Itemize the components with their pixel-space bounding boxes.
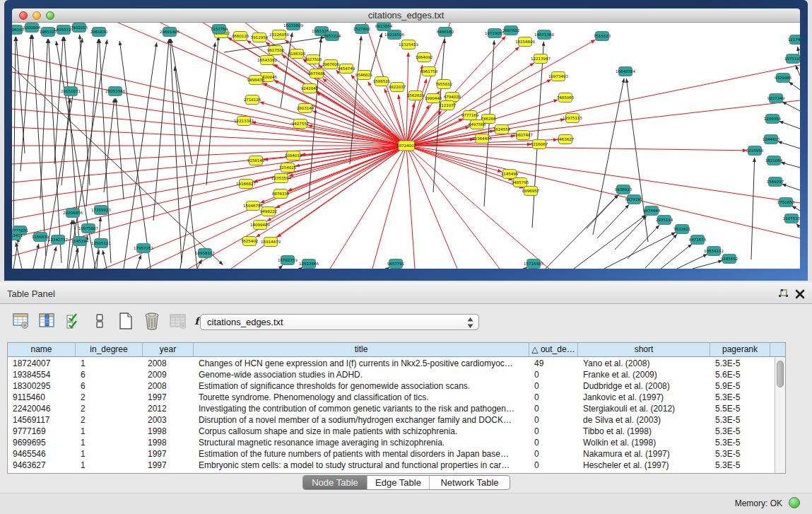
- graph-node[interactable]: 1575107: [784, 54, 800, 64]
- graph-node[interactable]: 1624554: [493, 125, 511, 134]
- graph-node[interactable]: 16914479: [261, 238, 281, 247]
- graph-node[interactable]: 16782759: [278, 256, 298, 265]
- table-row[interactable]: 911546021997Tourette syndrome. Phenomeno…: [8, 392, 775, 403]
- graph-node[interactable]: 7254025: [279, 163, 297, 173]
- table-row[interactable]: 946362711997Embryonic stem cells: a mode…: [8, 460, 775, 471]
- graph-node[interactable]: 12923466: [299, 259, 319, 269]
- graph-node[interactable]: 7632621: [673, 225, 691, 234]
- graph-node[interactable]: 9474444: [643, 206, 661, 216]
- table-vertical-scrollbar[interactable]: [775, 358, 785, 473]
- modify-table-icon[interactable]: [11, 310, 31, 332]
- graph-node[interactable]: 9546821: [355, 71, 373, 80]
- graph-node[interactable]: 1217462: [788, 35, 800, 45]
- graph-node[interactable]: 9898436: [247, 76, 265, 85]
- graph-node[interactable]: 8878334: [272, 189, 290, 199]
- graph-node[interactable]: 1990448: [425, 94, 442, 103]
- graph-node[interactable]: 1152760: [211, 25, 228, 34]
- graph-node[interactable]: 6794028: [444, 93, 461, 102]
- graph-node[interactable]: 16154808: [515, 37, 535, 47]
- graph-node[interactable]: 9485795: [512, 178, 529, 187]
- table-row[interactable]: 2242004622012Investigating the contribut…: [8, 403, 775, 414]
- graph-node[interactable]: 7955812: [435, 80, 453, 89]
- graph-node[interactable]: 8215958: [746, 146, 764, 156]
- graph-node[interactable]: 8096957: [522, 187, 540, 196]
- column-header-out_de[interactable]: △ out_de…: [529, 343, 578, 356]
- row-height-icon[interactable]: [90, 310, 110, 332]
- graph-node[interactable]: 8186328: [288, 49, 306, 59]
- graph-node[interactable]: 2061830: [90, 28, 108, 37]
- graph-node[interactable]: 10654112: [704, 247, 724, 256]
- graph-node[interactable]: 16648784: [616, 67, 635, 76]
- graph-node[interactable]: 7902015: [71, 23, 88, 33]
- graph-node[interactable]: 1107533: [783, 214, 800, 223]
- column-header-in_degree[interactable]: in_degree: [76, 343, 143, 356]
- graph-node[interactable]: 19218506: [384, 30, 404, 40]
- graph-node[interactable]: 10607487: [513, 131, 533, 140]
- graph-node[interactable]: 20691406: [160, 28, 180, 37]
- graph-node[interactable]: 16958107: [195, 249, 215, 258]
- graph-node[interactable]: 9329966: [775, 74, 792, 83]
- graph-node[interactable]: 8471676: [689, 235, 707, 245]
- column-header-title[interactable]: title: [194, 343, 529, 356]
- graph-node[interactable]: 1145194: [71, 237, 89, 246]
- table-row[interactable]: 1830029562008Estimation of significance …: [8, 380, 775, 392]
- graph-node[interactable]: 2803144: [297, 104, 314, 113]
- graph-node[interactable]: 9498222: [260, 207, 278, 216]
- graph-node[interactable]: 1562629: [407, 91, 425, 100]
- table-row[interactable]: 946554611997Estimation of the future num…: [8, 448, 775, 460]
- graph-node[interactable]: 20206856: [63, 209, 83, 218]
- graph-node[interactable]: 20151871: [61, 87, 81, 96]
- tab-network-table[interactable]: Network Table: [430, 476, 510, 489]
- graph-node[interactable]: 19166827: [236, 180, 256, 189]
- network-graph[interactable]: 7163822866012859129542322605898275061654…: [12, 23, 800, 269]
- graph-node[interactable]: 16543382: [257, 56, 277, 65]
- column-header-year[interactable]: year: [143, 343, 194, 356]
- graph-node[interactable]: 9427552: [292, 119, 310, 129]
- hub-node[interactable]: 18724007: [396, 141, 416, 151]
- graph-node[interactable]: 8813054: [375, 23, 393, 31]
- table-selector-dropdown[interactable]: citations_edges.txt: [200, 314, 479, 330]
- table-row[interactable]: 1872400712008Changes of HCN gene express…: [8, 358, 775, 369]
- tab-edge-table[interactable]: Edge Table: [367, 476, 430, 489]
- table-row[interactable]: 969969511998Structural magnetic resonanc…: [8, 437, 775, 448]
- graph-node[interactable]: 9245652: [721, 255, 739, 264]
- graph-node[interactable]: 9777169: [461, 111, 479, 120]
- graph-node[interactable]: 9242845: [301, 84, 319, 93]
- graph-node[interactable]: 12975115: [563, 114, 582, 123]
- delete-table-icon[interactable]: [142, 310, 162, 332]
- graph-node[interactable]: 9158149: [247, 156, 265, 165]
- close-panel-icon[interactable]: [794, 288, 806, 300]
- graph-node[interactable]: 1121077: [439, 101, 457, 110]
- graph-node[interactable]: 16033809: [283, 23, 303, 30]
- graph-node[interactable]: 6497568: [469, 120, 486, 129]
- graph-node[interactable]: 23226058: [269, 30, 289, 40]
- graph-node[interactable]: 12353594: [271, 174, 291, 183]
- graph-node[interactable]: 14671368: [534, 30, 554, 40]
- graph-node[interactable]: 10975887: [78, 224, 98, 233]
- graph-node[interactable]: 1244413: [763, 135, 780, 144]
- scrollbar-thumb[interactable]: [777, 361, 784, 387]
- graph-node[interactable]: 12505121: [91, 239, 111, 248]
- graph-node[interactable]: 1209358: [764, 115, 782, 124]
- show-column-icon[interactable]: [37, 310, 57, 332]
- graph-node[interactable]: 6879197: [625, 195, 643, 204]
- graph-node[interactable]: 6216067: [531, 140, 548, 149]
- graph-node[interactable]: 28053346: [105, 87, 125, 96]
- graph-node[interactable]: 10973493: [548, 72, 568, 81]
- graph-node[interactable]: 1084013: [285, 151, 302, 160]
- graph-node[interactable]: 12325419: [399, 40, 418, 49]
- graph-node[interactable]: 8200804: [23, 23, 41, 33]
- graph-node[interactable]: 1527602: [353, 25, 371, 34]
- graph-node[interactable]: 9875685: [308, 69, 326, 78]
- graph-node[interactable]: 2718126: [244, 95, 261, 105]
- graph-node[interactable]: 1864092: [416, 53, 433, 62]
- graph-node[interactable]: 9227349: [767, 94, 785, 103]
- network-canvas[interactable]: 7163822866012859129542322605898275061654…: [12, 23, 800, 269]
- float-panel-icon[interactable]: [778, 288, 789, 300]
- graph-node[interactable]: 17957253: [134, 244, 153, 253]
- graph-node[interactable]: 7625402: [241, 237, 259, 246]
- column-header-short[interactable]: short: [578, 343, 710, 356]
- graph-node[interactable]: 8938923: [615, 185, 632, 194]
- graph-node[interactable]: 7857224: [324, 32, 341, 41]
- graph-node[interactable]: 9457791: [387, 259, 405, 269]
